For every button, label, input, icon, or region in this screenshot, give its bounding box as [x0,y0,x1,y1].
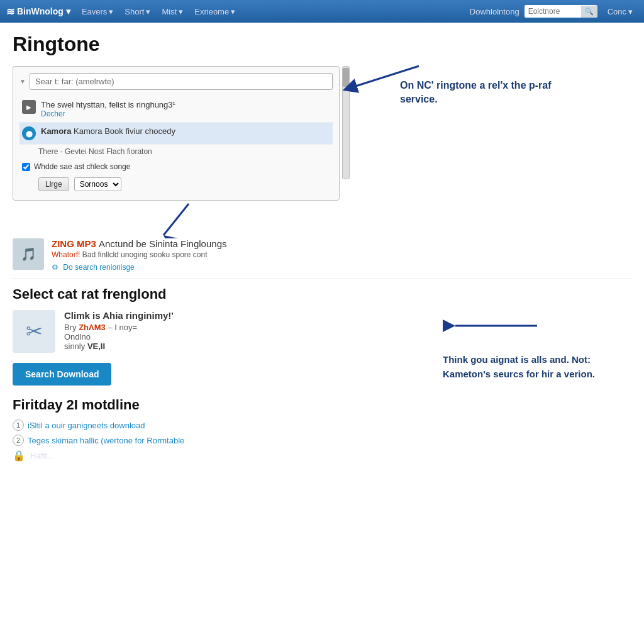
result-title-1: The swel htysttan, felist is ringhung3¹ [41,100,330,109]
sornoos-select[interactable]: Sornoos [74,177,121,191]
song-checkbox[interactable] [22,163,30,171]
bottom-right: Think gou aignat is alls and. Not: Kamet… [443,310,631,381]
nav-search-box: 🔍 [525,5,597,18]
selected-title: Climk is Ahia ringinimy!' [64,310,430,321]
bottom-section-row: ✂ Climk is Ahia ringinimy!' Bry ZhΛM3 – … [13,310,631,462]
selected-by: Bry ZhΛM3 – I noy= [64,323,430,332]
hafft-link[interactable]: Hafft... [30,451,54,460]
selected-line3: sinnly VE,II [64,341,430,351]
checkbox-row: Whdde sae ast chleck songe [19,158,333,175]
llrge-button[interactable]: Llrge [38,177,69,191]
result-title-2: Kamora Kamora Book fiviur chocedy [41,126,330,136]
logo-icon: ≋ [6,6,14,18]
action-row: Llrge Sornoos [19,175,333,194]
nav-search-button[interactable]: 🔍 [581,6,597,18]
nav-search-input[interactable] [525,5,581,18]
nav-right: Dowhlolntong 🔍 Conc ▾ [470,4,638,19]
nav-brand[interactable]: ≋ BinWnolog ▾ [6,6,70,18]
search-result-item[interactable]: ▶ The swel htysttan, felist is ringhung3… [19,96,333,123]
zing-warning: Whatorf! Bad finllcld unoging sooku spor… [52,250,631,259]
search-box: ▼ ▶ The swel htysttan, felist is ringhun… [13,66,340,201]
arrow-svg-2 [138,201,214,238]
list-num-2: 2 [13,435,24,446]
list-item-2[interactable]: 2 Teges skiman hallic (wertone for Rormt… [13,435,430,446]
arrow-svg-3 [443,310,543,341]
search-download-button[interactable]: Search Download [13,363,111,386]
zing-section: 🎵 ZING MP3 Anctund be Sininta Fingloungs… [13,238,631,279]
nav-download-link[interactable]: Dowhlolntong [470,7,519,16]
search-input[interactable] [30,73,333,90]
checkbox-label: Whdde sae ast chleck songe [34,162,130,171]
search-arrow-icon: ▼ [19,78,26,85]
play-icon: ▶ [22,100,36,114]
firitday-title: Firitday 2I motdline [13,397,430,413]
brand-name: BinWnolog [17,6,64,16]
nav-item-short[interactable]: Short ▾ [119,4,155,19]
zing-link[interactable]: ⚙ Do search renionisge [52,263,631,272]
zing-title: ZING MP3 Anctund be Sininta Fingloungs [52,238,631,249]
nav-item-mist[interactable]: Mist ▾ [157,4,188,19]
hafft-row: 🔒 Hafft... [13,450,430,462]
hafft-icon: 🔒 [13,450,25,462]
bottom-callout-text: Think gou aignat is alls and. Not: Kamet… [443,347,613,381]
radio-icon: ⬤ [22,126,36,140]
select-section-title: Select cat rat frenglond [13,286,631,303]
navbar: ≋ BinWnolog ▾ Eavers ▾ Short ▾ Mist ▾ Ex… [0,0,644,23]
nav-items: Eavers ▾ Short ▾ Mist ▾ Exrieome ▾ [77,4,240,19]
list-item-1[interactable]: 1 iSltil a ouir ganigneets download [13,419,430,431]
main-content: Ringtone ▼ ▶ The swel htysttan, felist i… [0,23,644,472]
result-subtitle-1[interactable]: Decher [41,109,330,118]
search-result-item-2[interactable]: ⬤ Kamora Kamora Book fiviur chocedy [19,123,333,145]
search-section: ▼ ▶ The swel htysttan, felist is ringhun… [13,66,631,201]
result-subtext: There - Gevtei Nost Flach fioraton [19,145,333,158]
list-num-1: 1 [13,419,24,431]
nav-item-exrieome[interactable]: Exrieome ▾ [189,4,240,19]
nav-item-eavers[interactable]: Eavers ▾ [77,4,118,19]
firitday-list: 1 iSltil a ouir ganigneets download 2 Te… [13,419,430,446]
top-callout-text: On NC' ringtone a rel'x the p-raf servic… [400,72,564,107]
search-input-row: ▼ [19,73,333,90]
page-title: Ringtone [13,33,631,56]
selected-thumbnail: ✂ [13,310,55,353]
scrollbar[interactable] [342,66,350,179]
nav-conc-menu[interactable]: Conc ▾ [602,4,638,19]
brand-arrow: ▾ [66,6,70,16]
scrollbar-thumb [343,68,349,87]
selected-item-row: ✂ Climk is Ahia ringinimy!' Bry ZhΛM3 – … [13,310,430,353]
zing-thumbnail: 🎵 [13,238,44,270]
selected-line2: Ondlno [64,332,430,341]
